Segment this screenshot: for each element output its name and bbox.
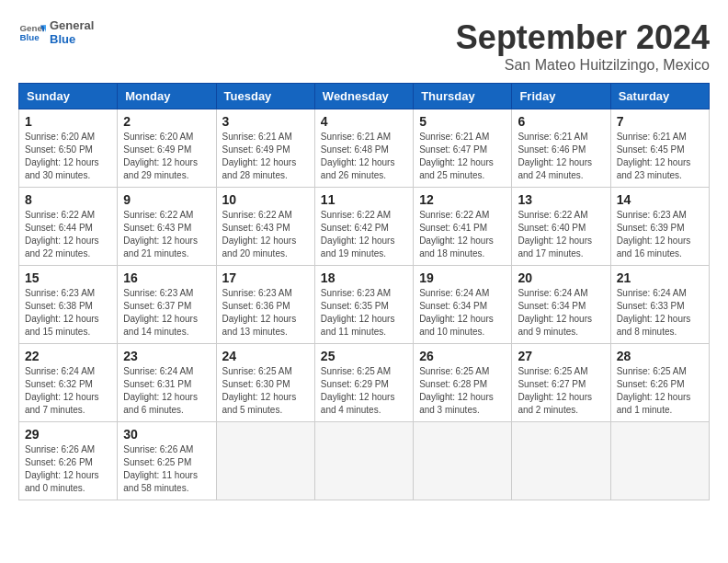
day-number: 29 [25,427,111,442]
month-title: September 2024 [456,18,710,57]
calendar-day [610,422,709,500]
calendar-day: 15Sunrise: 6:23 AMSunset: 6:38 PMDayligh… [19,266,118,344]
calendar-day: 28Sunrise: 6:25 AMSunset: 6:26 PMDayligh… [610,344,709,422]
day-number: 20 [518,270,604,285]
day-number: 12 [419,192,506,207]
calendar-day: 10Sunrise: 6:22 AMSunset: 6:43 PMDayligh… [216,188,314,266]
day-info: Sunrise: 6:22 AMSunset: 6:44 PMDaylight:… [25,209,111,260]
day-info: Sunrise: 6:22 AMSunset: 6:42 PMDaylight:… [321,209,407,260]
calendar-day: 22Sunrise: 6:24 AMSunset: 6:32 PMDayligh… [19,344,118,422]
day-number: 26 [419,349,506,363]
day-number: 27 [518,349,604,363]
day-number: 22 [25,349,111,363]
weekday-header-row: SundayMondayTuesdayWednesdayThursdayFrid… [19,84,710,109]
day-number: 6 [518,114,604,129]
day-number: 2 [123,114,210,129]
calendar-day: 17Sunrise: 6:23 AMSunset: 6:36 PMDayligh… [216,266,314,344]
week-row: 29Sunrise: 6:26 AMSunset: 6:26 PMDayligh… [19,422,710,500]
calendar-day: 4Sunrise: 6:21 AMSunset: 6:48 PMDaylight… [314,109,413,188]
calendar-day: 26Sunrise: 6:25 AMSunset: 6:28 PMDayligh… [414,344,512,422]
day-info: Sunrise: 6:25 AMSunset: 6:30 PMDaylight:… [222,365,309,417]
day-number: 8 [25,192,111,207]
week-row: 8Sunrise: 6:22 AMSunset: 6:44 PMDaylight… [19,188,710,266]
day-info: Sunrise: 6:22 AMSunset: 6:40 PMDaylight:… [518,209,604,260]
calendar-day: 3Sunrise: 6:21 AMSunset: 6:49 PMDaylight… [216,109,314,188]
calendar-day: 13Sunrise: 6:22 AMSunset: 6:40 PMDayligh… [512,188,610,266]
day-info: Sunrise: 6:20 AMSunset: 6:49 PMDaylight:… [123,131,210,182]
day-number: 17 [222,270,309,285]
logo: General Blue General Blue [18,18,94,46]
day-number: 1 [25,114,111,129]
day-info: Sunrise: 6:25 AMSunset: 6:28 PMDaylight:… [419,365,506,417]
calendar-day: 20Sunrise: 6:24 AMSunset: 6:34 PMDayligh… [512,266,610,344]
logo-blue-text: Blue [50,32,94,46]
calendar-day: 30Sunrise: 6:26 AMSunset: 6:25 PMDayligh… [118,422,216,500]
calendar-day: 8Sunrise: 6:22 AMSunset: 6:44 PMDaylight… [19,188,118,266]
day-number: 25 [321,349,407,363]
week-row: 22Sunrise: 6:24 AMSunset: 6:32 PMDayligh… [19,344,710,422]
day-number: 18 [321,270,407,285]
calendar-day: 14Sunrise: 6:23 AMSunset: 6:39 PMDayligh… [610,188,709,266]
day-info: Sunrise: 6:22 AMSunset: 6:43 PMDaylight:… [222,209,309,260]
day-info: Sunrise: 6:23 AMSunset: 6:36 PMDaylight:… [222,287,309,339]
day-info: Sunrise: 6:24 AMSunset: 6:32 PMDaylight:… [25,365,111,417]
day-info: Sunrise: 6:22 AMSunset: 6:43 PMDaylight:… [123,209,210,260]
day-info: Sunrise: 6:25 AMSunset: 6:27 PMDaylight:… [518,365,604,417]
day-info: Sunrise: 6:23 AMSunset: 6:35 PMDaylight:… [321,287,407,339]
day-info: Sunrise: 6:26 AMSunset: 6:25 PMDaylight:… [123,443,210,495]
header: General Blue General Blue September 2024… [18,18,710,74]
day-info: Sunrise: 6:26 AMSunset: 6:26 PMDaylight:… [25,443,111,495]
day-number: 30 [123,427,210,442]
day-info: Sunrise: 6:25 AMSunset: 6:26 PMDaylight:… [617,365,703,417]
calendar-day: 11Sunrise: 6:22 AMSunset: 6:42 PMDayligh… [314,188,413,266]
day-number: 10 [222,192,309,207]
weekday-header-tuesday: Tuesday [216,84,314,109]
day-number: 13 [518,192,604,207]
calendar: SundayMondayTuesdayWednesdayThursdayFrid… [18,83,710,500]
day-info: Sunrise: 6:23 AMSunset: 6:37 PMDaylight:… [123,287,210,339]
day-number: 16 [123,270,210,285]
day-info: Sunrise: 6:23 AMSunset: 6:38 PMDaylight:… [25,287,111,339]
calendar-day: 6Sunrise: 6:21 AMSunset: 6:46 PMDaylight… [512,109,610,188]
day-info: Sunrise: 6:23 AMSunset: 6:39 PMDaylight:… [617,209,703,260]
day-info: Sunrise: 6:24 AMSunset: 6:33 PMDaylight:… [617,287,703,339]
day-info: Sunrise: 6:21 AMSunset: 6:47 PMDaylight:… [419,131,506,182]
weekday-header-thursday: Thursday [414,84,512,109]
week-row: 1Sunrise: 6:20 AMSunset: 6:50 PMDaylight… [19,109,710,188]
logo-general-text: General [50,18,94,32]
weekday-header-sunday: Sunday [19,84,118,109]
svg-text:Blue: Blue [20,32,40,42]
day-number: 4 [321,114,407,129]
calendar-day: 19Sunrise: 6:24 AMSunset: 6:34 PMDayligh… [414,266,512,344]
day-info: Sunrise: 6:24 AMSunset: 6:31 PMDaylight:… [123,365,210,417]
calendar-day: 18Sunrise: 6:23 AMSunset: 6:35 PMDayligh… [314,266,413,344]
day-number: 15 [25,270,111,285]
calendar-day: 12Sunrise: 6:22 AMSunset: 6:41 PMDayligh… [414,188,512,266]
day-number: 23 [123,349,210,363]
day-info: Sunrise: 6:24 AMSunset: 6:34 PMDaylight:… [419,287,506,339]
day-info: Sunrise: 6:21 AMSunset: 6:45 PMDaylight:… [617,131,703,182]
calendar-day: 27Sunrise: 6:25 AMSunset: 6:27 PMDayligh… [512,344,610,422]
day-number: 3 [222,114,309,129]
calendar-day: 16Sunrise: 6:23 AMSunset: 6:37 PMDayligh… [118,266,216,344]
day-number: 21 [617,270,703,285]
day-number: 19 [419,270,506,285]
day-info: Sunrise: 6:24 AMSunset: 6:34 PMDaylight:… [518,287,604,339]
title-area: September 2024 San Mateo Huitzilzingo, M… [456,18,710,74]
calendar-day: 29Sunrise: 6:26 AMSunset: 6:26 PMDayligh… [19,422,118,500]
weekday-header-friday: Friday [512,84,610,109]
day-info: Sunrise: 6:21 AMSunset: 6:48 PMDaylight:… [321,131,407,182]
calendar-day [512,422,610,500]
day-number: 5 [419,114,506,129]
day-number: 7 [617,114,703,129]
day-info: Sunrise: 6:21 AMSunset: 6:49 PMDaylight:… [222,131,309,182]
calendar-day: 2Sunrise: 6:20 AMSunset: 6:49 PMDaylight… [118,109,216,188]
weekday-header-saturday: Saturday [610,84,709,109]
location: San Mateo Huitzilzingo, Mexico [456,57,710,74]
calendar-day [216,422,314,500]
day-number: 28 [617,349,703,363]
calendar-day: 23Sunrise: 6:24 AMSunset: 6:31 PMDayligh… [118,344,216,422]
calendar-day: 21Sunrise: 6:24 AMSunset: 6:33 PMDayligh… [610,266,709,344]
day-info: Sunrise: 6:22 AMSunset: 6:41 PMDaylight:… [419,209,506,260]
day-number: 14 [617,192,703,207]
